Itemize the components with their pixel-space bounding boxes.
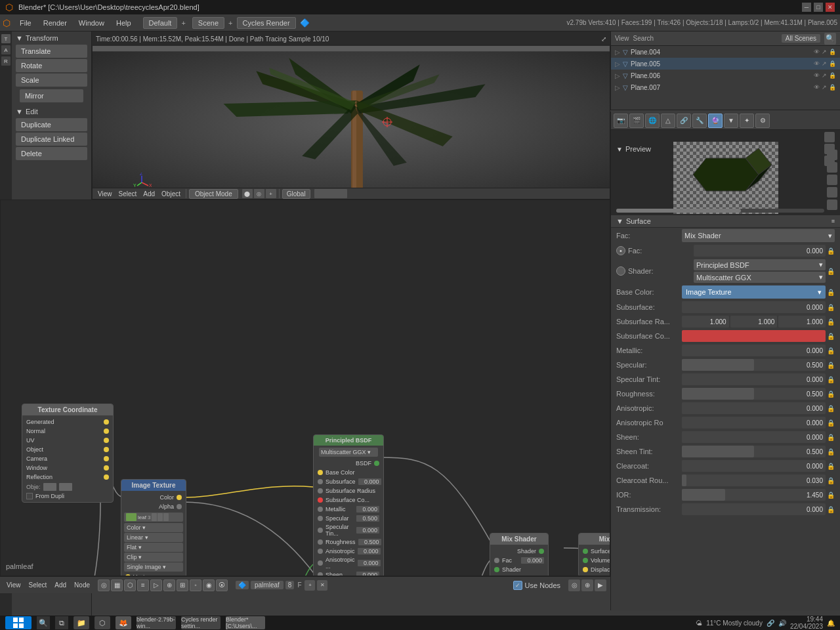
prop-icon-scene[interactable]: 🎬 [629,114,644,128]
node-icon-4[interactable]: ≡ [137,579,149,591]
fac-dot[interactable]: • [616,246,625,255]
subrad-val-1[interactable]: 1.000 [682,316,729,327]
preview-ctrl-3[interactable] [827,175,837,185]
shader-dropdown-1[interactable]: Principled BSDF ▾ [694,259,826,270]
prop-icon-particles[interactable]: ✦ [740,114,754,128]
image-texture-node-1[interactable]: Image Texture Color Alpha leaf 3 [121,479,186,576]
node-icon-7[interactable]: ⊞ [177,579,188,591]
from-dupli-check[interactable] [26,493,33,499]
tab-tools[interactable]: T [1,34,10,43]
node-view-menu[interactable]: View [4,581,24,589]
layer-buttons[interactable] [314,189,347,198]
fac-slider[interactable]: 0.000 [694,245,826,257]
transmission-lock[interactable]: 🔒 [827,506,835,513]
surface-section-header[interactable]: ▼ Surface ≡ [611,215,840,228]
aniso-lock[interactable]: 🔒 [827,405,835,412]
texture-coordinate-node[interactable]: Texture Coordinate Generated Normal UV O… [22,404,114,503]
global-selector[interactable]: Global [282,189,310,199]
node-del-btn[interactable]: ✕ [317,580,327,591]
node-node-menu[interactable]: Node [72,581,93,589]
anisoro-slider[interactable]: 0.000 [682,417,826,429]
duplicate-button[interactable]: Duplicate [16,118,87,131]
node-drag-icon[interactable]: ⊕ [581,579,593,591]
surface-menu-icon[interactable]: ≡ [831,218,835,224]
search-button[interactable]: 🔍 [37,616,50,629]
node-icon-1[interactable]: ◎ [98,579,110,591]
taskbar-blender2[interactable]: blender-2.79b-win... [136,616,176,629]
base-color-lock[interactable]: 🔒 [827,289,835,296]
sheentin-lock[interactable]: 🔒 [827,448,835,455]
sheen-slider[interactable]: 0.000 [682,431,826,443]
aniso-slider[interactable]: 0.000 [682,402,826,414]
prop-icon-data[interactable]: ▼ [724,114,738,128]
specular-lock[interactable]: 🔒 [827,362,835,369]
subrad-val-3[interactable]: 1.000 [778,316,826,327]
node-icon-9[interactable]: ◉ [203,579,215,591]
workspace-selector[interactable]: Default [143,17,178,29]
mix-shader-node-1[interactable]: Mix Shader Shader Fac 0.000 Shader S [490,533,549,576]
sheen-lock[interactable]: 🔒 [827,434,835,441]
roughness-slider[interactable]: 0.500 [682,388,826,400]
prop-icon-object[interactable]: △ [661,114,675,128]
it1-btn-f[interactable] [152,513,157,521]
node-icon-10[interactable]: ⦿ [216,579,228,591]
subrad-lock[interactable]: 🔒 [827,318,835,326]
outliner-item-2[interactable]: ▷ ▽ Plane.006 👁 ↗ 🔒 [611,70,840,81]
preview-ctrl-2[interactable] [827,162,837,173]
duplicate-linked-button[interactable]: Duplicate Linked [16,133,87,146]
spectable-slider[interactable]: 0.000 [682,373,826,385]
node-add-menu[interactable]: Add [52,581,69,589]
base-color-dropdown[interactable]: Image Texture ▾ [682,285,826,299]
tc-object-swatch[interactable] [43,483,56,491]
transmission-slider[interactable]: 0.000 [682,503,826,515]
prop-icon-world[interactable]: 🌐 [645,114,660,128]
node-icon-8[interactable]: ◦ [190,579,201,591]
subcol-swatch[interactable] [682,330,826,342]
outliner-item-3[interactable]: ▷ ▽ Plane.007 👁 ↗ 🔒 [611,81,840,93]
node-frame-num[interactable]: 8 [285,581,295,589]
maximize-button[interactable]: □ [814,3,823,12]
ccrough-lock[interactable]: 🔒 [827,477,835,484]
subsurface-slider[interactable]: 0.000 [682,301,826,313]
principled-bsdf-node[interactable]: Principled BSDF Multiscatter GGX ▾ BSDF … [313,434,384,576]
outliner-search[interactable]: Search [633,35,654,42]
clearcoat-slider[interactable]: 0.000 [682,460,826,472]
surface-type-dropdown[interactable]: Mix Shader ▾ [682,229,835,242]
it1-btn-x[interactable] [163,513,169,521]
shader-dropdown-2[interactable]: Multiscatter GGX ▾ [694,272,826,283]
node-icon-3[interactable]: ⬡ [124,579,136,591]
prop-icon-modifiers[interactable]: 🔧 [692,114,707,128]
outliner-view[interactable]: View [615,35,629,42]
start-button[interactable] [5,616,32,629]
viewport-icon-1[interactable]: ⬤ [242,189,253,198]
subrad-val-2[interactable]: 1.000 [730,316,778,327]
preview-ctrl-4[interactable] [827,187,837,198]
taskbar-explorer[interactable]: 📁 [74,616,89,629]
it1-file-row[interactable]: leaf 3 [124,513,183,522]
it1-flat-dropdown[interactable]: Flat ▾ [124,543,183,552]
delete-button[interactable]: Delete [16,147,87,160]
prop-icon-constraints[interactable]: 🔗 [677,114,691,128]
node-icon-5[interactable]: ▷ [150,579,162,591]
taskview-button[interactable]: ⧉ [55,616,68,629]
use-nodes-checkbox[interactable]: ✓ [513,581,522,590]
close-button[interactable]: ✕ [826,3,835,12]
preview-ctrl-1[interactable] [827,150,837,160]
pbsdf-ggx-dropdown[interactable]: Multiscatter GGX ▾ [319,448,378,457]
viewport-view-menu[interactable]: View [95,190,115,198]
outliner-item-0[interactable]: ▷ ▽ Plane.004 👁 ↗ 🔒 [611,46,840,58]
minimize-button[interactable]: ─ [802,3,811,12]
it1-color-dropdown[interactable]: Color ▾ [124,523,183,532]
node-material-icon[interactable]: 🔷 [236,581,249,589]
shader-lock[interactable]: 🔒 [827,268,835,275]
viewport-object-menu[interactable]: Object [159,190,183,198]
prop-icon-material[interactable]: 🔮 [708,114,723,128]
translate-button[interactable]: Translate [16,45,87,58]
menu-file[interactable]: File [14,18,37,28]
it1-singleimage-dropdown[interactable]: Single Image ▾ [124,562,183,572]
expand-button[interactable]: ⤢ [601,35,606,43]
mirror-button[interactable]: Mirror [20,89,83,102]
metallic-slider[interactable]: 0.000 [682,345,826,356]
clearcoat-lock[interactable]: 🔒 [827,463,835,470]
fac-lock[interactable]: 🔒 [827,247,835,255]
